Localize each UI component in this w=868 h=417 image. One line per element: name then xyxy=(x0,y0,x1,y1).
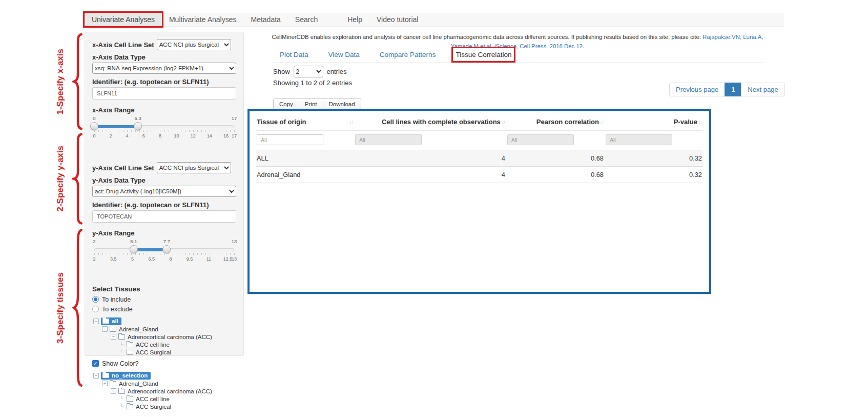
tree-node-all[interactable]: all xyxy=(93,317,236,325)
slider-handle-high[interactable] xyxy=(162,245,171,253)
nav-item-metadata[interactable]: Metadata xyxy=(243,13,287,26)
slider-tick-mark xyxy=(193,130,194,132)
column-header-tissue-of-origin[interactable]: Tissue of origin xyxy=(256,118,354,126)
column-filter-input-cell-lines-with-complete-observations[interactable] xyxy=(355,134,422,145)
tree-node-adrenocortical-carcinoma-acc[interactable]: Adrenocortical carcinoma (ACC) xyxy=(111,387,236,395)
slider-tick-label: 6 xyxy=(142,133,145,138)
y-axis-cell-line-set-label: y-Axis Cell Line Set xyxy=(92,164,154,172)
folder-icon xyxy=(118,334,125,340)
nav-item-multivariate-analyses[interactable]: Multivariate Analyses xyxy=(162,13,244,26)
previous-page-button[interactable]: Previous page xyxy=(669,83,725,96)
x-axis-range-slider[interactable]: 05.317024681012141617 xyxy=(94,122,234,145)
radio-to-exclude[interactable]: To exclude xyxy=(92,304,236,314)
column-filter-input-tissue-of-origin[interactable] xyxy=(257,134,323,145)
x-axis-identifier-input[interactable] xyxy=(92,87,236,100)
print-button[interactable]: Print xyxy=(299,98,323,110)
sort-arrows-icon[interactable] xyxy=(502,120,505,125)
slider-tick-mark xyxy=(148,130,148,132)
y-axis-data-type-select[interactable]: act: Drug Activity (-log10[IC50M]) xyxy=(92,186,236,197)
sort-arrows-icon[interactable] xyxy=(349,120,353,125)
tree-node-acc-surgical[interactable]: ACC Surgical xyxy=(119,403,236,410)
tree-collapse-icon[interactable] xyxy=(111,334,116,340)
entries-count-select[interactable]: 2 xyxy=(294,66,323,77)
x-axis-cell-line-set-select[interactable]: ACC NCI plus Surgical xyxy=(157,39,231,50)
slider-handle-low[interactable] xyxy=(90,122,98,130)
table-header-row: Tissue of originCell lines with complete… xyxy=(256,114,703,131)
slider-tick-mark xyxy=(98,130,99,132)
radio-to-include[interactable]: To include xyxy=(92,294,236,304)
column-filter-input-pearson-correlation[interactable] xyxy=(507,134,574,145)
slider-handle-high[interactable] xyxy=(134,122,142,130)
sort-arrows-icon[interactable] xyxy=(600,120,604,125)
slider-tick-mark xyxy=(164,253,165,255)
table-row[interactable]: Adrenal_Gland40.680.32 xyxy=(256,167,703,183)
annotation-bracket-y-axis: 2-Specify y-axis xyxy=(51,132,83,225)
folder-icon xyxy=(127,350,133,355)
column-header-label: P-value xyxy=(674,118,697,126)
tree-collapse-icon[interactable] xyxy=(93,373,99,379)
tree-node-adrenal-gland[interactable]: Adrenal_Gland xyxy=(102,380,236,387)
show-color-checkbox-row[interactable]: Show Color? xyxy=(92,359,236,368)
slider-tick-mark xyxy=(156,253,156,255)
slider-tick-mark xyxy=(181,253,181,255)
slider-tick-mark xyxy=(164,130,165,132)
slider-tick-mark xyxy=(143,130,144,132)
radio-to-exclude-label: To exclude xyxy=(102,306,133,313)
slider-tick-mark xyxy=(205,253,206,255)
y-axis-identifier-label: Identifier: (e.g. topotecan or SLFN11) xyxy=(92,201,236,209)
column-header-cell-lines-with-complete-observations[interactable]: Cell lines with complete observations xyxy=(354,118,506,126)
nav-item-univariate-analyses[interactable]: Univariate Analyses xyxy=(85,13,162,26)
slider-tick-mark xyxy=(210,253,210,255)
slider-tick-mark xyxy=(185,130,185,132)
tree-collapse-icon[interactable] xyxy=(93,319,99,324)
slider-tick-mark xyxy=(169,253,169,255)
slider-fill xyxy=(134,248,167,251)
tab-tissue-correlation[interactable]: Tissue Correlation xyxy=(456,51,511,58)
folder-icon xyxy=(102,373,109,378)
slider-value-label: 5.3 xyxy=(135,115,141,121)
nav-item-help[interactable]: Help xyxy=(340,13,369,26)
y-axis-range-slider[interactable]: 25.17.71323.556.589.51112.513 xyxy=(94,245,234,268)
copy-button[interactable]: Copy xyxy=(273,98,299,110)
tree-collapse-icon[interactable] xyxy=(102,326,108,332)
nav-item-search[interactable]: Search xyxy=(288,13,325,26)
column-header-p-value[interactable]: P-value xyxy=(605,118,703,126)
tab-plot-data[interactable]: Plot Data xyxy=(280,51,308,58)
sort-arrows-icon[interactable] xyxy=(698,120,702,125)
column-header-pearson-correlation[interactable]: Pearson correlation xyxy=(506,118,605,126)
slider-tick-mark xyxy=(123,130,123,132)
tree-collapse-icon[interactable] xyxy=(102,381,108,386)
nav-item-video-tutorial[interactable]: Video tutorial xyxy=(369,13,425,26)
column-filter-input-p-value[interactable] xyxy=(606,134,672,145)
slider-value-label: 13 xyxy=(232,239,237,244)
slider-tick-mark xyxy=(131,130,132,132)
slider-value-label: 7.7 xyxy=(163,239,170,244)
slider-handle-low[interactable] xyxy=(130,245,138,253)
tree-node-acc-surgical[interactable]: ACC Surgical xyxy=(119,348,236,356)
y-axis-data-type-label: y-Axis Data Type xyxy=(92,176,236,184)
next-page-button[interactable]: Next page xyxy=(741,83,784,96)
table-row[interactable]: ALL40.680.32 xyxy=(256,150,703,167)
slider-tick-mark xyxy=(210,130,210,132)
tab-view-data[interactable]: View Data xyxy=(328,51,360,58)
tree-node-acc-cell-line[interactable]: ACC cell line xyxy=(119,395,236,403)
table-body: ALL40.680.32Adrenal_Gland40.680.32 xyxy=(256,150,703,183)
tree-collapse-icon[interactable] xyxy=(111,388,116,394)
show-entries-control: Show 2 entries xyxy=(273,66,347,77)
slider-tick-label: 4 xyxy=(126,133,129,138)
x-axis-data-type-select[interactable]: xsq: RNA-seq Expression (log2 FPKM+1) xyxy=(92,63,236,74)
page-1-button[interactable]: 1 xyxy=(725,83,741,96)
tree-leaf-connector-icon xyxy=(119,342,126,347)
tree-node-adrenal-gland[interactable]: Adrenal_Gland xyxy=(102,325,236,333)
tree-node-no-selection[interactable]: no_selection xyxy=(93,372,236,380)
folder-icon xyxy=(127,404,133,409)
tab-compare-patterns[interactable]: Compare Patterns xyxy=(380,51,436,58)
y-axis-identifier-input[interactable] xyxy=(92,210,236,223)
download-button[interactable]: Download xyxy=(323,98,361,110)
slider-tick-label: 10 xyxy=(174,133,179,138)
tree-node-acc-cell-line[interactable]: ACC cell line xyxy=(119,341,236,348)
tree-node-adrenocortical-carcinoma-acc[interactable]: Adrenocortical carcinoma (ACC) xyxy=(111,333,236,341)
slider-tick-label: 6.5 xyxy=(148,256,155,262)
y-axis-cell-line-set-select[interactable]: ACC NCI plus Surgical xyxy=(157,162,231,173)
tree-selected-node: all xyxy=(101,317,121,325)
